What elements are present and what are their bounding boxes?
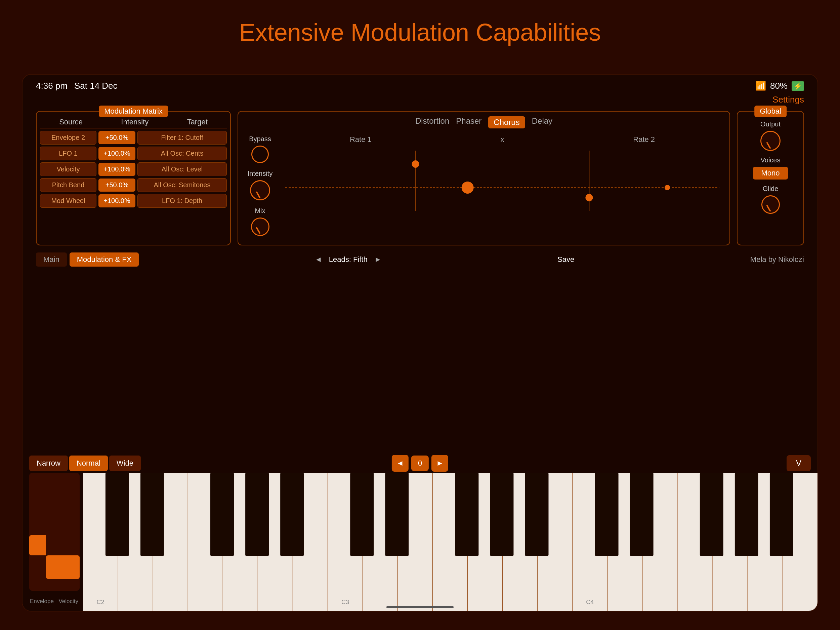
keyboard-section: Narrow Normal Wide ◄ 0 ► V Envelope: [22, 453, 818, 611]
glide-section: Glide: [761, 185, 780, 214]
mix-label: Mix: [255, 207, 265, 215]
header-target: Target: [187, 118, 208, 127]
fx-panel: Distortion Phaser Chorus Delay Bypass In…: [238, 111, 730, 245]
global-panel: Global Output Voices Mono Glide: [737, 111, 804, 245]
mix-knob[interactable]: [251, 217, 270, 236]
rate2-label: Rate 2: [633, 135, 655, 144]
mod-strip[interactable]: [46, 473, 80, 590]
mod-row: Mod Wheel +100.0% LFO 1: Depth: [40, 194, 227, 208]
svg-point-3: [412, 160, 419, 168]
bottom-bar: Main Modulation & FX ◄ Leads: Fifth ► Sa…: [22, 249, 818, 270]
octave-value: 0: [411, 456, 429, 471]
svg-rect-32: [280, 473, 304, 556]
intensity-section: Intensity: [248, 170, 273, 200]
glide-knob[interactable]: [761, 195, 780, 214]
svg-rect-37: [525, 473, 549, 556]
mod-source-0[interactable]: Envelope 2: [40, 131, 96, 144]
narrow-button[interactable]: Narrow: [29, 456, 68, 471]
mod-source-3[interactable]: Pitch Bend: [40, 178, 96, 192]
mod-intensity-1[interactable]: +100.0%: [98, 147, 136, 160]
mod-target-2[interactable]: All Osc: Level: [137, 162, 227, 176]
time-display: 4:36 pm: [36, 81, 68, 91]
keyboard-svg[interactable]: /* This will be handled via SVG elements…: [83, 473, 818, 611]
mod-target-4[interactable]: LFO 1: Depth: [137, 194, 227, 208]
velocity-label: Velocity: [58, 598, 78, 605]
mod-row: LFO 1 +100.0% All Osc: Cents: [40, 147, 227, 160]
mod-target-3[interactable]: All Osc: Semitones: [137, 178, 227, 192]
svg-rect-31: [245, 473, 269, 556]
v-button[interactable]: V: [786, 455, 811, 471]
preset-nav: ◄ Leads: Fifth ►: [315, 255, 382, 264]
svg-rect-35: [455, 473, 478, 556]
svg-rect-40: [700, 473, 723, 556]
glide-label: Glide: [763, 185, 778, 193]
svg-rect-29: [141, 473, 164, 556]
device-frame: 4:36 pm Sat 14 Dec 📶 80% ⚡ Settings Modu…: [22, 74, 818, 611]
mod-source-1[interactable]: LFO 1: [40, 147, 96, 160]
preset-next-button[interactable]: ►: [374, 255, 382, 264]
mod-target-1[interactable]: All Osc: Cents: [137, 147, 227, 160]
svg-point-5: [462, 182, 474, 194]
page-title: Extensive Modulation Capabilities: [0, 0, 840, 60]
svg-point-6: [665, 185, 670, 190]
mod-matrix-header: Source Intensity Target: [40, 115, 227, 129]
mod-intensity-3[interactable]: +50.0%: [98, 179, 136, 192]
save-button[interactable]: Save: [557, 255, 574, 264]
mod-row: Envelope 2 +50.0% Filter 1: Cutoff: [40, 131, 227, 144]
svg-rect-38: [595, 473, 619, 556]
tab-phaser[interactable]: Phaser: [456, 116, 482, 128]
mod-source-4[interactable]: Mod Wheel: [40, 194, 96, 208]
normal-button[interactable]: Normal: [69, 456, 108, 471]
intensity-knob[interactable]: [250, 180, 270, 200]
mod-intensity-0[interactable]: +50.0%: [98, 131, 136, 144]
bypass-section: Bypass: [249, 135, 271, 163]
rate-labels: Rate 1 x Rate 2: [285, 135, 719, 144]
synth-area: Modulation Matrix Source Intensity Targe…: [22, 108, 818, 249]
svg-rect-41: [735, 473, 758, 556]
modulation-matrix-panel: Modulation Matrix Source Intensity Targe…: [36, 111, 231, 245]
bypass-label: Bypass: [249, 135, 271, 143]
mod-matrix-label: Modulation Matrix: [99, 106, 168, 117]
svg-rect-36: [490, 473, 513, 556]
preset-prev-button[interactable]: ◄: [315, 255, 322, 264]
chorus-sliders: Rate 1 x Rate 2: [278, 132, 726, 236]
output-section: Output: [760, 120, 780, 151]
mod-target-0[interactable]: Filter 1: Cutoff: [137, 131, 227, 144]
tab-chorus[interactable]: Chorus: [488, 116, 525, 128]
rate1-label: Rate 1: [350, 135, 372, 144]
chorus-content: Bypass Intensity Mix Rate 1: [242, 132, 726, 236]
wide-button[interactable]: Wide: [109, 456, 141, 471]
voices-label: Voices: [761, 156, 780, 164]
header-intensity: Intensity: [121, 118, 148, 127]
voices-section: Voices Mono: [753, 156, 788, 179]
octave-down-button[interactable]: ◄: [392, 455, 409, 472]
tab-delay[interactable]: Delay: [532, 116, 553, 128]
mix-section: Mix: [251, 207, 270, 236]
header-source: Source: [59, 118, 83, 127]
mod-intensity-2[interactable]: +100.0%: [98, 163, 136, 176]
scroll-bar[interactable]: [387, 606, 453, 608]
intensity-label: Intensity: [248, 170, 273, 177]
fx-tabs: Distortion Phaser Chorus Delay: [242, 115, 726, 132]
tab-distortion[interactable]: Distortion: [415, 116, 449, 128]
svg-rect-33: [350, 473, 374, 556]
preset-name: Leads: Fifth: [329, 255, 368, 264]
svg-rect-34: [385, 473, 409, 556]
voices-button[interactable]: Mono: [753, 167, 788, 179]
bypass-ring[interactable]: [251, 146, 269, 163]
tab-main[interactable]: Main: [36, 252, 67, 267]
svg-text:C3: C3: [341, 599, 349, 605]
octave-up-button[interactable]: ►: [431, 455, 448, 472]
output-knob[interactable]: [760, 131, 780, 151]
mod-row: Velocity +100.0% All Osc: Level: [40, 162, 227, 176]
mod-intensity-4[interactable]: +100.0%: [98, 194, 136, 207]
mod-row: Pitch Bend +50.0% All Osc: Semitones: [40, 178, 227, 192]
mod-source-2[interactable]: Velocity: [40, 162, 96, 176]
svg-point-4: [585, 194, 593, 201]
output-label: Output: [760, 120, 780, 128]
svg-text:C2: C2: [97, 599, 104, 605]
left-controls: Envelope Velocity: [22, 473, 83, 611]
date-display: Sat 14 Dec: [74, 81, 118, 91]
svg-rect-42: [770, 473, 793, 556]
tab-modulation-fx[interactable]: Modulation & FX: [69, 252, 139, 267]
